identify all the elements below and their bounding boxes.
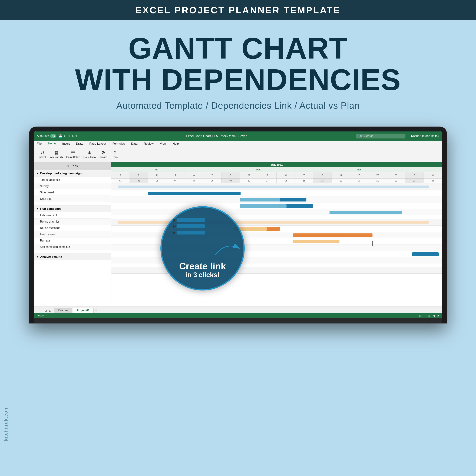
day-M3: M: [332, 172, 350, 178]
gantt-task-row-3: [111, 203, 442, 209]
menu-review[interactable]: Review: [143, 142, 155, 146]
menu-home[interactable]: Home: [47, 141, 57, 146]
task-run-ads: Run ads: [34, 238, 111, 244]
day-T2: T: [166, 172, 185, 178]
autosave-label: AutoSave: [37, 135, 49, 138]
circle-arrow-3: ▶: [173, 231, 176, 235]
gantt-date-row: 01 02 05 06 07 08 09 12 13 14 15 16 19 2…: [111, 178, 442, 183]
circle-bar-row-2: ▶: [173, 224, 232, 228]
task-panel: ▼ Task ▼ Develop marketing campaign Targ…: [34, 162, 111, 306]
circle-bars: ▶ ▶ ▶: [173, 218, 232, 237]
statusbar-nav-left[interactable]: ◀: [433, 314, 435, 317]
task-header-label: Task: [71, 164, 78, 168]
gantt-week-w27: W27: [111, 167, 203, 172]
subtitle: Automated Template / Dependencies Link /…: [3, 100, 473, 111]
date-26: 26: [424, 178, 442, 183]
laptop: AutoSave On 💾 ↩ ↪ ⚙ ▾ Excel Gantt Chart …: [29, 127, 447, 323]
statusbar-right: ⊟ ─── ⊞ ◀ ▶: [419, 314, 440, 317]
day-T4: T: [258, 172, 277, 178]
gantt-week-extra: [405, 167, 442, 172]
gantt-day-row: T F M T W T F M T W T F M T W: [111, 172, 442, 178]
gantt-task-row-1: [111, 190, 442, 196]
toolbar-weekly-daily[interactable]: ▦ Weekly/Daily: [49, 148, 64, 161]
tab-readme[interactable]: Readme: [54, 308, 72, 313]
date-15: 15: [295, 178, 313, 183]
select-today-label: Select Today: [83, 156, 96, 158]
gantt-spacer-1: [111, 215, 442, 219]
day-T6: T: [350, 172, 369, 178]
help-label: Help: [113, 156, 118, 158]
menu-page-layout[interactable]: Page Layout: [88, 142, 107, 146]
toolbar-refresh[interactable]: ↺ Refresh: [37, 148, 48, 161]
menu-view[interactable]: View: [159, 142, 168, 146]
date-12: 12: [240, 178, 258, 183]
redo-icon[interactable]: ↪: [68, 134, 70, 138]
date-07: 07: [185, 178, 203, 183]
tab-add-button[interactable]: +: [95, 308, 97, 313]
menu-insert[interactable]: Insert: [61, 142, 71, 146]
toggle-details-label: Toggle Details: [66, 156, 80, 158]
task-survey: Survey: [34, 183, 111, 189]
circle-arrow-1: ▶: [173, 218, 176, 222]
gantt-task-row-4: [111, 209, 442, 215]
toolbar-select-today[interactable]: ⊕ Select Today: [82, 148, 97, 161]
toggle-icon: ☰: [71, 151, 75, 155]
circle-bar-row-1: ▶: [173, 218, 232, 222]
save-icon: 💾: [58, 134, 62, 138]
menu-formulas[interactable]: Formulas: [111, 142, 126, 146]
menu-file[interactable]: File: [36, 142, 43, 146]
toolbar-help[interactable]: ? Help: [110, 148, 121, 161]
autosave-toggle[interactable]: On: [50, 134, 56, 138]
date-22: 22: [387, 178, 405, 183]
task-inhouse-pilot: In-house pilot: [34, 212, 111, 219]
excel-toolbar: ↺ Refresh ▦ Weekly/Daily ☰ Toggle Detail…: [34, 147, 442, 162]
task-refine-graphics: Refine graphics: [34, 219, 111, 225]
sheet-nav-left[interactable]: ◀: [45, 309, 47, 313]
gantt-group-row-1: [111, 183, 442, 190]
refresh-icon: ↺: [41, 151, 44, 155]
menu-draw[interactable]: Draw: [75, 142, 84, 146]
task-group-analyze: ▼ Analyze results: [34, 254, 111, 260]
date-01: 01: [111, 178, 130, 183]
statusbar-nav-right[interactable]: ▶: [438, 314, 440, 317]
day-F2: F: [221, 172, 240, 178]
task-final-review: Final review: [34, 231, 111, 238]
group-arrow-2: ▼: [36, 207, 39, 210]
task-group-run: ▼ Run campaign: [34, 205, 111, 212]
circle-bar-3: [177, 231, 205, 235]
top-banner: EXCEL PROJECT PLANNER TEMPLATE: [0, 0, 476, 20]
banner-text: EXCEL PROJECT PLANNER TEMPLATE: [135, 5, 340, 15]
refresh-label: Refresh: [38, 156, 47, 158]
customize-icon[interactable]: ⚙ ▾: [72, 134, 77, 138]
undo-icon[interactable]: ↩: [64, 134, 66, 138]
gantt-month-row: JUL 2021: [111, 162, 442, 167]
toolbar-toggle-details[interactable]: ☰ Toggle Details: [65, 148, 81, 161]
laptop-bottom: [34, 318, 442, 323]
toolbar-configs[interactable]: ⚙ Configs: [98, 148, 109, 161]
menu-data[interactable]: Data: [130, 142, 138, 146]
gantt-week-w28: W28: [203, 167, 313, 172]
titlebar-search[interactable]: 🔍 Search: [356, 134, 406, 138]
day-W1: W: [185, 172, 203, 178]
titlebar-user: Kacharuk Marukpitak: [411, 134, 439, 138]
sheet-nav-right[interactable]: ▶: [49, 309, 51, 313]
date-23: 23: [405, 178, 424, 183]
date-19: 19: [332, 178, 350, 183]
gantt-task-row-5: [111, 225, 442, 232]
circle-bar-row-3: ▶: [173, 231, 232, 235]
titlebar-icons: 💾 ↩ ↪ ⚙ ▾: [58, 134, 77, 138]
menu-help[interactable]: Help: [172, 142, 180, 146]
titlebar-filename: Excel Gantt Chart 1.05 - mock.xlsm - Sav…: [79, 134, 354, 138]
header-arrow: ▼: [67, 165, 69, 168]
date-05: 05: [148, 178, 166, 183]
tab-project01[interactable]: Project01: [73, 308, 93, 313]
day-W2: W: [277, 172, 295, 178]
calendar-icon: ▦: [54, 151, 59, 155]
callout-text-sub: in 3 clicks!: [186, 271, 220, 279]
group-arrow-3: ▼: [36, 255, 39, 258]
search-placeholder: Search: [364, 135, 373, 138]
laptop-screen: AutoSave On 💾 ↩ ↪ ⚙ ▾ Excel Gantt Chart …: [34, 132, 442, 318]
date-16: 16: [313, 178, 332, 183]
laptop-wrapper: AutoSave On 💾 ↩ ↪ ⚙ ▾ Excel Gantt Chart …: [0, 127, 476, 323]
task-group-develop: ▼ Develop marketing campaign: [34, 170, 111, 177]
